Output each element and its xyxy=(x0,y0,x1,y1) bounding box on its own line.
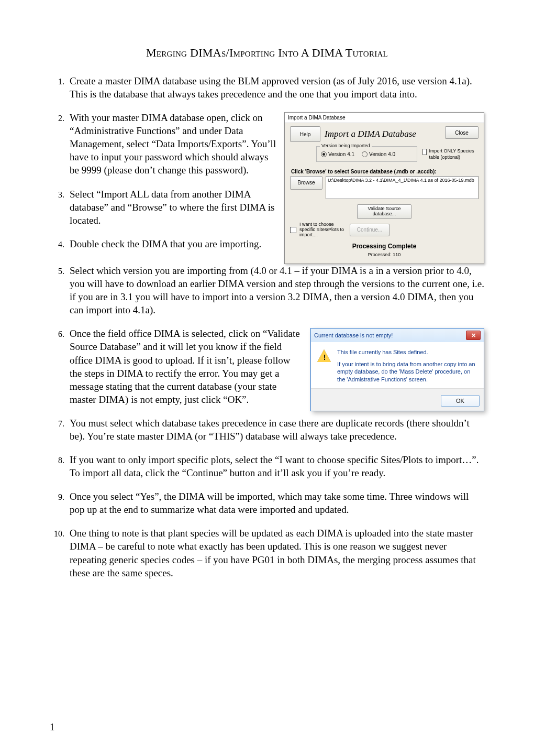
continue-button[interactable]: Continue... xyxy=(350,224,390,236)
import-species-checkbox[interactable]: Import ONLY Species table (optional) xyxy=(422,148,479,161)
ok-button[interactable]: OK xyxy=(441,395,480,407)
step-2-text: With your master DIMA database open, cli… xyxy=(70,112,276,176)
radio-version-40-label: Version 4.0 xyxy=(369,151,395,158)
warning-icon: ! xyxy=(317,349,332,364)
radio-version-40[interactable]: Version 4.0 xyxy=(362,151,395,158)
checkbox-box-icon xyxy=(422,149,427,155)
step-2: Import a DIMA Database Help Import a DIM… xyxy=(66,111,484,177)
source-path-field[interactable]: U:\Desktop\DIMA 3.2 - 4.1\DIMA_4_1\DIMA … xyxy=(326,176,479,199)
choose-plots-checkbox[interactable] xyxy=(290,227,296,233)
step-10: One thing to note is that plant species … xyxy=(66,527,484,579)
page-number: 1 xyxy=(50,721,55,733)
msgbox-title: Current database is not empty! xyxy=(314,332,393,339)
step-7: You must select which database takes pre… xyxy=(66,417,484,443)
page-title: Merging DIMAs/Importing Into A DIMA Tuto… xyxy=(50,46,484,60)
step-1: Create a master DIMA database using the … xyxy=(66,74,484,101)
tutorial-steps: Create a master DIMA database using the … xyxy=(50,74,484,579)
import-species-label: Import ONLY Species table (optional) xyxy=(429,148,479,161)
import-dialog-figure: Import a DIMA Database Help Import a DIM… xyxy=(284,112,484,264)
msgbox-line1: This file currently has Sites defined. xyxy=(337,348,477,356)
version-fieldset: Version being Imported Version 4.1 Versi… xyxy=(316,146,417,161)
close-icon[interactable]: ✕ xyxy=(466,331,481,340)
radio-dot-icon xyxy=(362,151,368,157)
step-6: Current database is not empty! ✕ ! This … xyxy=(66,327,484,406)
processed-count: Processed: 110 xyxy=(290,252,479,258)
version-legend: Version being Imported xyxy=(320,143,372,149)
radio-version-41[interactable]: Version 4.1 xyxy=(321,151,354,158)
browse-button[interactable]: Browse xyxy=(290,176,322,190)
processing-complete-label: Processing Complete xyxy=(290,243,479,251)
help-button[interactable]: Help xyxy=(290,126,320,142)
radio-dot-checked-icon xyxy=(321,151,327,157)
step-6-text-b: empty, just click “OK”. xyxy=(153,394,249,405)
step-8: If you want to only import specific plot… xyxy=(66,453,484,479)
dialog-heading: Import a DIMA Database xyxy=(325,126,441,140)
choose-plots-label: I want to choose specific Sites/Plots to… xyxy=(299,222,347,238)
step-6-not-word: not xyxy=(140,394,153,405)
step-9: Once you select “Yes”, the DIMA will be … xyxy=(66,490,484,516)
browse-prompt: Click 'Browse' to select Source database… xyxy=(291,168,479,175)
dialog-window-title: Import a DIMA Database xyxy=(285,113,484,123)
msgbox-line2: If your intent is to bring data from ano… xyxy=(337,360,477,384)
radio-version-41-label: Version 4.1 xyxy=(328,151,354,158)
validate-source-button[interactable]: Validate Source database... xyxy=(357,204,411,219)
not-empty-msgbox-figure: Current database is not empty! ✕ ! This … xyxy=(310,328,484,411)
close-button[interactable]: Close xyxy=(445,126,479,139)
step-5: Select which version you are importing f… xyxy=(66,264,484,316)
